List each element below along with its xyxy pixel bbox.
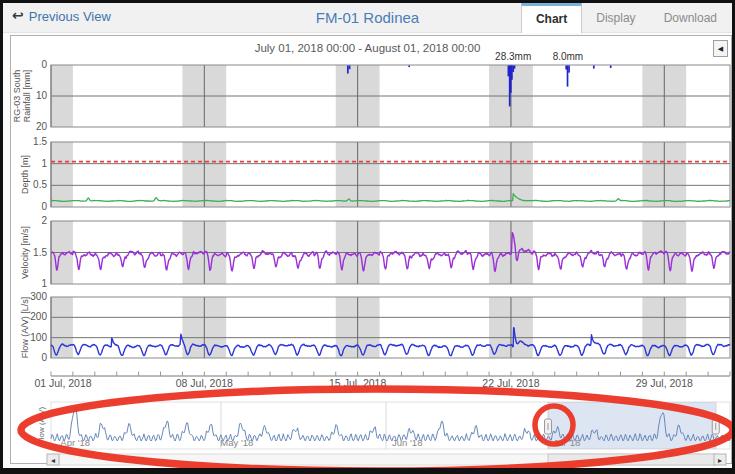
y-tick-label: 0 bbox=[41, 201, 47, 212]
y-tick-label: 1.5 bbox=[33, 136, 47, 147]
depth-series-line bbox=[51, 194, 730, 202]
scrollbar-thumb[interactable] bbox=[548, 454, 716, 465]
y-tick-label: 300 bbox=[30, 291, 47, 302]
navigator-axis-title: Flow (A/V) bbox=[37, 407, 46, 445]
y-tick-label: 20 bbox=[36, 121, 48, 132]
rain-bar bbox=[593, 66, 595, 69]
y-tick-label: 2 bbox=[41, 215, 47, 226]
axis-title: Depth [m] bbox=[20, 155, 30, 194]
month-label: Jul '18 bbox=[553, 437, 580, 448]
scroll-right-icon: ▸ bbox=[718, 456, 722, 465]
y-tick-label: 10 bbox=[36, 90, 48, 101]
x-axis-label: 08 Jul, 2018 bbox=[176, 377, 233, 389]
x-axis-label: 29 Jul, 2018 bbox=[636, 377, 693, 389]
weekend-band bbox=[51, 142, 73, 207]
rain-total-annotation: 28.3mm bbox=[495, 51, 531, 62]
x-axis-label: 22 Jul, 2018 bbox=[482, 377, 539, 389]
axis-title: Velocity [m/s] bbox=[20, 226, 30, 279]
x-axis-label: 01 Jul, 2018 bbox=[34, 377, 91, 389]
app-window: ↩ Previous View FM-01 Rodinea Chart Disp… bbox=[0, 0, 735, 474]
month-label: May '18 bbox=[220, 437, 253, 448]
month-label: Apr '18 bbox=[60, 437, 90, 448]
y-tick-label: 200 bbox=[30, 311, 47, 322]
y-tick-label: 0 bbox=[41, 352, 47, 363]
rain-bar bbox=[514, 66, 516, 69]
y-tick-label: 1.5 bbox=[33, 247, 47, 258]
rain-bar bbox=[347, 66, 349, 74]
y-tick-label: 0 bbox=[41, 59, 47, 70]
month-label: Jun '18 bbox=[392, 437, 422, 448]
y-tick-label: 0.5 bbox=[33, 179, 47, 190]
axis-title: Rainfall [mm] bbox=[22, 70, 32, 123]
rain-bar bbox=[568, 66, 570, 73]
y-tick-label: 1 bbox=[41, 278, 47, 289]
rain-total-annotation: 8.0mm bbox=[553, 51, 584, 62]
y-tick-label: 100 bbox=[30, 332, 47, 343]
y-tick-label: 1 bbox=[41, 158, 47, 169]
axis-title: RG-03 South bbox=[12, 70, 22, 123]
rain-bar bbox=[408, 66, 410, 68]
scroll-left-icon: ◂ bbox=[51, 456, 55, 465]
axis-title: Flow (A/V) [L/s] bbox=[20, 297, 30, 359]
stacked-timeseries-chart: 01020RG-03 SouthRainfall [mm]00.511.5Dep… bbox=[3, 3, 735, 474]
plot-border bbox=[51, 142, 730, 207]
x-axis-label: 15 Jul, 2018 bbox=[329, 377, 386, 389]
rain-bar bbox=[349, 66, 351, 70]
rain-bar bbox=[567, 66, 569, 87]
rain-bar bbox=[610, 66, 612, 68]
flow-series-line bbox=[51, 328, 730, 356]
